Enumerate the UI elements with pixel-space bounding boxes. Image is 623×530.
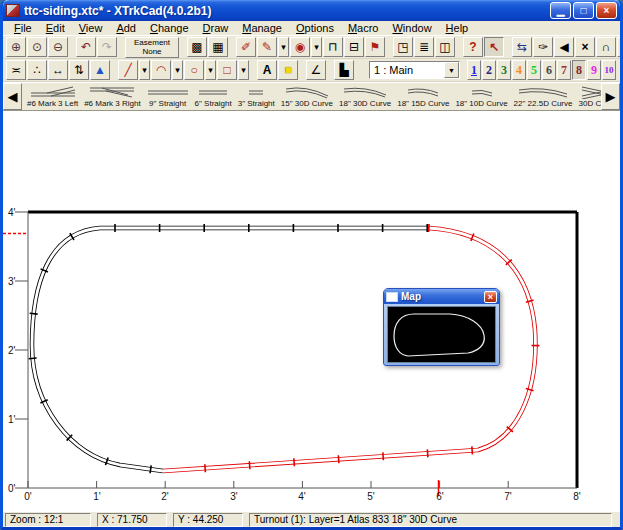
zoom-out-button[interactable]: ⊖: [48, 37, 68, 57]
map-titlebar[interactable]: Map ×: [384, 289, 499, 304]
hotbar-item-turnout-left[interactable]: #6 Mark 3 Left: [24, 84, 81, 109]
measure-button[interactable]: ∠: [306, 60, 326, 80]
menu-edit[interactable]: Edit: [39, 22, 72, 34]
map-window: Map ×: [383, 288, 500, 366]
layer-button-4[interactable]: 4: [512, 60, 526, 80]
parallel-track-button[interactable]: ∴: [27, 60, 47, 80]
menu-add[interactable]: Add: [109, 22, 143, 34]
curve-track-icon: [470, 84, 494, 99]
profile-button[interactable]: ▲: [90, 60, 110, 80]
elevation-button[interactable]: ⇅: [69, 60, 89, 80]
signal-button[interactable]: ⚑: [365, 37, 385, 57]
text-tool-icon: A: [263, 64, 272, 76]
hotbar-item-straight-6[interactable]: 6" Straight: [192, 84, 235, 109]
context-help-button[interactable]: ?: [463, 37, 483, 57]
track-main[interactable]: [32, 228, 428, 471]
layer-button-3[interactable]: 3: [497, 60, 511, 80]
group-button[interactable]: ≣: [414, 37, 434, 57]
layer-button-9[interactable]: 9: [587, 60, 601, 80]
snap-grid-button[interactable]: ▩: [187, 37, 207, 57]
redo-button[interactable]: ↷: [97, 37, 117, 57]
layer-combobox-arrow[interactable]: ▼: [444, 62, 459, 78]
layer-7-label: 7: [561, 64, 567, 76]
grid-button[interactable]: ▦: [208, 37, 228, 57]
draw-shape-dropdown[interactable]: ▾: [238, 60, 249, 80]
note-tool-button[interactable]: ■: [278, 60, 298, 80]
zoom-out-icon: ⊖: [53, 41, 63, 53]
hotbar-item-turnout-right[interactable]: #6 Mark 3 Right: [81, 84, 143, 109]
text-tool-button[interactable]: A: [257, 60, 277, 80]
straight-track-button[interactable]: ✐: [236, 37, 256, 57]
v-ruler-label-1: 1': [8, 414, 15, 425]
train-mode-button[interactable]: ▙: [334, 60, 354, 80]
layer-button-7[interactable]: 7: [557, 60, 571, 80]
menu-window[interactable]: Window: [385, 22, 438, 34]
draw-circle-button[interactable]: ○: [184, 60, 204, 80]
menu-help[interactable]: Help: [439, 22, 476, 34]
turntable-button[interactable]: ⊓: [323, 37, 343, 57]
layer-button-8[interactable]: 8: [572, 60, 586, 80]
layer-button-2[interactable]: 2: [482, 60, 496, 80]
layer-button-5[interactable]: 5: [527, 60, 541, 80]
hotbar-item-curve-18-10[interactable]: 18" 10D Curve: [452, 84, 510, 109]
hotbar-item-straight-9[interactable]: 9" Straight: [144, 84, 192, 109]
dimension-button[interactable]: ↔: [48, 60, 68, 80]
hotbar-scroll-left-button[interactable]: ◀: [3, 83, 22, 110]
structure-button[interactable]: ⊟: [344, 37, 364, 57]
hotbar-item-curve-22[interactable]: 22" 22.5D Curve: [511, 84, 576, 109]
dropdown-icon: ▾: [175, 66, 180, 75]
elevation-point-button[interactable]: ●: [617, 37, 623, 57]
turnout-designer-button[interactable]: ◳: [393, 37, 413, 57]
layout-canvas[interactable]: 4' 3' 2' 1' 0' 0' 1' 2' 3' 4' 5' 6' 7' 8…: [3, 111, 620, 511]
straight-track-icon: [248, 84, 264, 99]
menu-manage[interactable]: Manage: [235, 22, 289, 34]
modify-track-button[interactable]: ✑: [533, 37, 553, 57]
circle-track-dropdown[interactable]: ▾: [311, 37, 322, 57]
layer-combobox[interactable]: 1 : Main ▼: [369, 61, 460, 79]
menu-file[interactable]: File: [7, 22, 39, 34]
curve-track-button[interactable]: ✎: [257, 37, 277, 57]
select-tool-button[interactable]: ↖: [484, 37, 504, 57]
zoom-in-button[interactable]: ⊕: [6, 37, 26, 57]
circle-track-button[interactable]: ◉: [290, 37, 310, 57]
draw-line-button[interactable]: ╱: [118, 60, 138, 80]
easement-button[interactable]: Easement None: [125, 37, 179, 58]
menu-macro[interactable]: Macro: [341, 22, 386, 34]
layer-button-10[interactable]: 10: [602, 60, 616, 80]
draw-curve-dropdown[interactable]: ▾: [172, 60, 183, 80]
undo-button[interactable]: ↶: [76, 37, 96, 57]
hotbar-item-label: 18" 10D Curve: [455, 99, 507, 109]
grid-icon: ▦: [212, 41, 223, 53]
layer-8-label: 8: [576, 64, 582, 76]
hotbar-scroll-right-button[interactable]: ▶: [601, 83, 620, 110]
tunnel-button[interactable]: ∩: [596, 37, 616, 57]
connect-button[interactable]: ×: [575, 37, 595, 57]
maximize-button[interactable]: □: [573, 2, 594, 19]
map-view[interactable]: [387, 306, 496, 363]
menu-options[interactable]: Options: [289, 22, 341, 34]
map-close-button[interactable]: ×: [484, 291, 497, 303]
split-track-button[interactable]: ⇆: [512, 37, 532, 57]
hotbar-item-curve-18-15[interactable]: 18" 15D Curve: [394, 84, 452, 109]
titlebar[interactable]: ttc-siding.xtc* - XTrkCad(4.0.2b1) ▁ □ ×: [3, 0, 620, 21]
menu-view[interactable]: View: [72, 22, 110, 34]
hotbar-item-curve-15-30[interactable]: 15" 30D Curve: [278, 84, 336, 109]
minimize-button[interactable]: ▁: [550, 2, 571, 19]
hotbar-item-curve-18-30[interactable]: 18" 30D Curve: [336, 84, 394, 109]
menu-change[interactable]: Change: [143, 22, 196, 34]
layer-button-6[interactable]: 6: [542, 60, 556, 80]
curve-track-dropdown[interactable]: ▾: [278, 37, 289, 57]
flip-button[interactable]: ◀: [554, 37, 574, 57]
ungroup-button[interactable]: ◫: [435, 37, 455, 57]
close-button[interactable]: ×: [596, 2, 617, 19]
zoom-button[interactable]: ⊙: [27, 37, 47, 57]
draw-shape-button[interactable]: □: [217, 60, 237, 80]
layer-button-1[interactable]: 1: [467, 60, 481, 80]
draw-line-dropdown[interactable]: ▾: [139, 60, 150, 80]
draw-curve-button[interactable]: ◠: [151, 60, 171, 80]
connect-track-button[interactable]: ≍: [6, 60, 26, 80]
hotbar-item-crossing[interactable]: 30D Crossing: [575, 84, 601, 109]
menu-draw[interactable]: Draw: [196, 22, 236, 34]
draw-circle-dropdown[interactable]: ▾: [205, 60, 216, 80]
hotbar-item-straight-3[interactable]: 3" Straight: [235, 84, 278, 109]
